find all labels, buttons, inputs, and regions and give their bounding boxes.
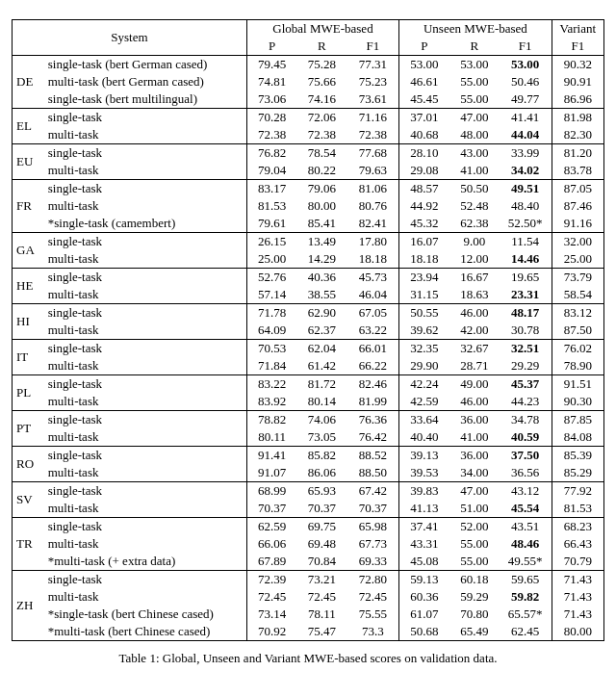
lang-code: TR — [13, 518, 44, 571]
gf: 67.42 — [346, 482, 398, 501]
gp: 70.37 — [246, 500, 296, 518]
system-cell: single-task — [44, 269, 247, 287]
ur: 52.00 — [449, 518, 500, 536]
lang-code: EL — [13, 109, 44, 144]
ur: 28.71 — [449, 357, 500, 375]
lang-code: DE — [13, 56, 44, 109]
gf: 66.01 — [346, 340, 398, 358]
gr: 69.75 — [296, 518, 346, 536]
gf: 66.22 — [346, 357, 398, 375]
gr: 40.36 — [296, 269, 346, 287]
gr: 85.82 — [296, 447, 346, 465]
ur: 43.00 — [449, 144, 500, 163]
table-row: GAsingle-task26.1513.4917.8016.079.0011.… — [13, 233, 604, 251]
system-cell: multi-task — [44, 197, 247, 215]
gp: 79.61 — [246, 215, 296, 233]
vf: 68.23 — [552, 518, 603, 536]
gr: 85.41 — [296, 215, 346, 233]
ur: 48.00 — [449, 126, 500, 144]
uf: 41.41 — [500, 109, 552, 127]
vf: 77.92 — [552, 482, 603, 501]
lang-code: SV — [13, 482, 44, 518]
gr: 78.11 — [296, 606, 346, 623]
uf: 49.51 — [500, 180, 552, 198]
table-row: HIsingle-task71.7862.9067.0550.5546.0048… — [13, 304, 604, 323]
uf: 53.00 — [500, 56, 552, 74]
ur: 49.00 — [449, 375, 500, 394]
uf: 19.65 — [500, 269, 552, 287]
up: 31.15 — [399, 286, 449, 304]
system-cell: single-task — [44, 144, 247, 163]
gr: 80.00 — [296, 197, 346, 215]
up: 29.08 — [399, 162, 449, 180]
col-gf: F1 — [346, 38, 398, 56]
up: 39.13 — [399, 447, 449, 465]
gr: 70.37 — [296, 500, 346, 518]
table-row: multi-task72.4572.4572.4560.3659.2959.82… — [13, 588, 604, 606]
system-cell: multi-task — [44, 162, 247, 180]
system-cell: multi-task — [44, 464, 247, 482]
vf: 83.12 — [552, 304, 603, 323]
col-global: Global MWE-based — [246, 20, 398, 39]
gp: 78.82 — [246, 411, 296, 429]
gr: 62.90 — [296, 304, 346, 323]
gp: 66.06 — [246, 535, 296, 553]
ur: 9.00 — [449, 233, 500, 251]
ur: 34.00 — [449, 464, 500, 482]
table-row: EUsingle-task76.8278.5477.6828.1043.0033… — [13, 144, 604, 163]
up: 18.18 — [399, 250, 449, 269]
vf: 70.79 — [552, 553, 603, 571]
gp: 73.06 — [246, 90, 296, 109]
system-cell: single-task — [44, 180, 247, 198]
up: 42.59 — [399, 393, 449, 411]
ur: 12.00 — [449, 250, 500, 269]
table-row: multi-task70.3770.3770.3741.1351.0045.54… — [13, 500, 604, 518]
gr: 72.06 — [296, 109, 346, 127]
system-cell: *single-task (camembert) — [44, 215, 247, 233]
gp: 83.17 — [246, 180, 296, 198]
gf: 67.73 — [346, 535, 398, 553]
uf: 29.29 — [500, 357, 552, 375]
up: 50.55 — [399, 304, 449, 323]
gp: 26.15 — [246, 233, 296, 251]
vf: 85.39 — [552, 447, 603, 465]
col-uf: F1 — [500, 38, 552, 56]
gp: 70.92 — [246, 623, 296, 641]
gr: 86.06 — [296, 464, 346, 482]
up: 44.92 — [399, 197, 449, 215]
system-cell: single-task — [44, 518, 247, 536]
gr: 72.38 — [296, 126, 346, 144]
gf: 82.46 — [346, 375, 398, 394]
gf: 63.22 — [346, 322, 398, 340]
up: 40.68 — [399, 126, 449, 144]
system-cell: multi-task — [44, 322, 247, 340]
system-cell: *multi-task (+ extra data) — [44, 553, 247, 571]
ur: 41.00 — [449, 162, 500, 180]
gp: 72.39 — [246, 571, 296, 589]
gf: 77.31 — [346, 56, 398, 74]
gp: 91.07 — [246, 464, 296, 482]
uf: 23.31 — [500, 286, 552, 304]
up: 39.83 — [399, 482, 449, 501]
vf: 78.90 — [552, 357, 603, 375]
gp: 52.76 — [246, 269, 296, 287]
up: 60.36 — [399, 588, 449, 606]
col-system: System — [13, 20, 247, 56]
up: 48.57 — [399, 180, 449, 198]
gf: 82.41 — [346, 215, 398, 233]
gf: 76.42 — [346, 428, 398, 447]
ur: 42.00 — [449, 322, 500, 340]
gf: 88.52 — [346, 447, 398, 465]
table-row: multi-task81.5380.0080.7644.9252.4848.40… — [13, 197, 604, 215]
col-unseen: Unseen MWE-based — [399, 20, 552, 39]
uf: 11.54 — [500, 233, 552, 251]
vf: 81.53 — [552, 500, 603, 518]
uf: 33.99 — [500, 144, 552, 163]
gr: 14.29 — [296, 250, 346, 269]
results-table: System Global MWE-based Unseen MWE-based… — [12, 19, 604, 641]
ur: 53.00 — [449, 56, 500, 74]
lang-code: FR — [13, 180, 44, 233]
col-gr: R — [296, 38, 346, 56]
vf: 84.08 — [552, 428, 603, 447]
vf: 32.00 — [552, 233, 603, 251]
